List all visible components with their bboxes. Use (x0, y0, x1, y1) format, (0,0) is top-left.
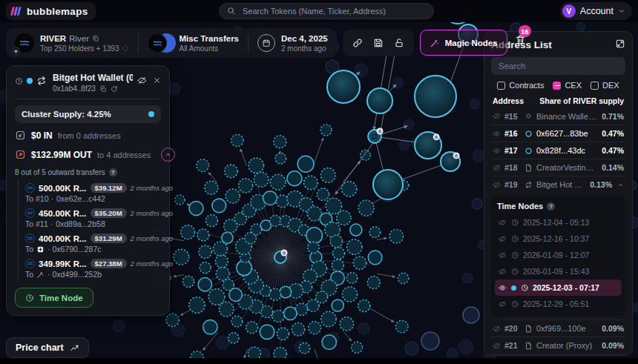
time-node-row[interactable]: 2025-12-29 - 05:51 (495, 296, 622, 312)
time-node-row[interactable]: 2026-01-09 - 15:43 (495, 263, 622, 279)
address-row[interactable]: #15 Binance Wallet Prox... 0.71% (491, 107, 625, 125)
visibility-toggle-icon[interactable] (493, 181, 501, 189)
address-row[interactable]: #19 Bitget Hot Wall... 0.13% (491, 176, 625, 193)
address-row[interactable]: #22 PancakeSwap Vault ... 0.08% (491, 354, 625, 356)
visibility-toggle-icon[interactable] (499, 235, 507, 243)
node-color-dot (511, 285, 516, 291)
expand-icon (615, 39, 625, 49)
filter-checkbox[interactable]: DEX (591, 81, 619, 90)
visibility-toggle-icon[interactable] (493, 164, 501, 172)
time-node-label: 2026-01-09 - 15:43 (523, 267, 589, 276)
expand-panel-button[interactable] (615, 39, 625, 51)
address-share: 0.14% (602, 163, 624, 172)
transfers-note: 8 out of 5 outward transfers (15, 168, 161, 176)
address-row[interactable]: #20 0xf969...100e 0.09% (491, 320, 625, 337)
question-icon[interactable] (547, 202, 555, 211)
transfer-row[interactable]: 450.00K R... $35.20M 2 months ago To #11… (25, 205, 161, 231)
filter-label: CEX (565, 81, 582, 90)
river-token-icon (25, 208, 35, 218)
transfer-time: 2 months ago (131, 184, 174, 192)
visibility-toggle-icon[interactable] (499, 268, 507, 276)
address-share: 0.13% (590, 180, 612, 189)
transfer-to-label: To (25, 270, 33, 279)
address-share: 0.09% (602, 324, 624, 333)
date-title: Dec 4, 2025 (281, 34, 328, 43)
divider (15, 99, 161, 99)
transfer-to-address[interactable]: · 0xd499...252b (47, 270, 102, 279)
wallet-detail-panel: Bitget Hot Wallet (0x1... 0x1ab4..8f23 C… (6, 65, 170, 316)
trash-wrap: 16 (513, 33, 527, 49)
token-selector[interactable]: ◈ RIVER River Top 250 Holders + 1393 (6, 33, 138, 53)
visibility-toggle-icon[interactable] (493, 130, 501, 138)
close-panel-icon[interactable] (153, 76, 161, 85)
account-menu[interactable]: V Account (560, 2, 632, 20)
time-node-row[interactable]: 2026-01-09 - 12:07 (495, 247, 622, 263)
magic-nodes-button[interactable]: Magic Nodes (420, 30, 507, 56)
visibility-toggle-icon[interactable] (499, 300, 507, 308)
address-row[interactable]: #16 0x6627...83be 0.47% (491, 125, 625, 142)
col-address: Address (493, 96, 524, 105)
token-search-input[interactable] (241, 6, 426, 16)
time-node-row[interactable]: 2025-12-04 - 05:13 (495, 214, 622, 231)
copy-address-icon[interactable] (99, 85, 107, 93)
chevron-up-icon[interactable] (617, 182, 624, 188)
address-row[interactable]: #21 Creator (Proxy) 0.09% (491, 337, 625, 354)
address-rank: #20 (504, 324, 521, 333)
transfer-row[interactable]: 349.99K R... $27.38M 2 months ago To · 0… (25, 256, 161, 281)
save-button[interactable] (368, 30, 389, 56)
address-row[interactable]: #18 CreatorVestingV2 0.14% (491, 159, 625, 176)
address-rank: #16 (504, 129, 521, 138)
address-type-icon (524, 112, 533, 120)
bubblemaps-logo[interactable]: bubblemaps (6, 2, 96, 20)
inflow-row: $0 IN from 0 addresses (15, 130, 161, 141)
transfer-time: 2 months ago (131, 259, 174, 268)
share-link-button[interactable] (347, 30, 368, 56)
visibility-toggle-icon[interactable] (493, 112, 501, 120)
address-rank: #19 (504, 180, 521, 189)
hide-wallet-icon[interactable] (137, 76, 147, 85)
checkbox-icon[interactable] (497, 82, 505, 90)
lock-button[interactable] (389, 30, 410, 56)
transfer-row[interactable]: 500.00K R... $39.12M 2 months ago To #10… (25, 180, 161, 205)
checkbox-icon[interactable] (553, 82, 561, 90)
visibility-toggle-icon[interactable] (493, 342, 501, 350)
time-node-row[interactable]: 2025-12-03 - 07:17 (495, 279, 622, 296)
transfers-title: Misc Transfers (179, 34, 239, 43)
address-type-icon (524, 181, 533, 189)
outflow-row: $132.99M OUT to 4 addresses (15, 148, 161, 162)
topbar: bubblemaps V Account (0, 0, 638, 22)
visibility-toggle-icon[interactable] (499, 284, 507, 292)
visibility-toggle-icon[interactable] (499, 251, 507, 259)
price-chart-button[interactable]: Price chart (6, 337, 89, 358)
address-row[interactable]: #17 0x828f...43dc 0.47% (491, 142, 625, 159)
token-search[interactable] (219, 3, 434, 19)
date-selector[interactable]: Dec 4, 2025 2 months ago (248, 34, 337, 53)
address-search[interactable] (491, 57, 625, 75)
transfer-to-address[interactable]: 0xd89a...2b58 (56, 219, 105, 228)
address-rank: #18 (504, 163, 521, 172)
transfer-to-address[interactable]: · 0x6790...287c (47, 245, 101, 254)
transfer-to-address[interactable]: 0xe62e...c442 (56, 194, 105, 203)
logo-text: bubblemaps (27, 6, 88, 17)
address-search-input[interactable] (497, 61, 619, 71)
avatar: V (562, 4, 576, 18)
visibility-toggle-icon[interactable] (493, 147, 501, 155)
filter-checkbox[interactable]: CEX (553, 81, 582, 90)
time-node-row[interactable]: 2025-12-16 - 10:37 (495, 231, 622, 247)
transfer-row[interactable]: 400.00K R... $31.29M 2 months ago To · 0… (25, 231, 161, 256)
river-token-icon: ◈ (15, 33, 34, 53)
calendar-icon (257, 34, 275, 52)
visibility-toggle-icon[interactable] (493, 325, 501, 333)
external-link-icon[interactable] (111, 85, 118, 93)
address-name: 0x6627...83be (536, 129, 598, 138)
checkbox-icon[interactable] (591, 82, 599, 90)
time-node-button[interactable]: Time Node (15, 288, 93, 308)
question-icon[interactable] (109, 168, 117, 176)
transfer-time: 2 months ago (131, 209, 174, 217)
transfers-selector[interactable]: Misc Transfers All Amounts (138, 33, 248, 53)
visibility-toggle-icon[interactable] (499, 219, 507, 227)
filter-checkbox[interactable]: Contracts (497, 81, 544, 90)
trash-count-badge: 16 (519, 25, 531, 37)
address-name: 0xf969...100e (536, 324, 598, 333)
copy-icon[interactable] (92, 35, 99, 42)
